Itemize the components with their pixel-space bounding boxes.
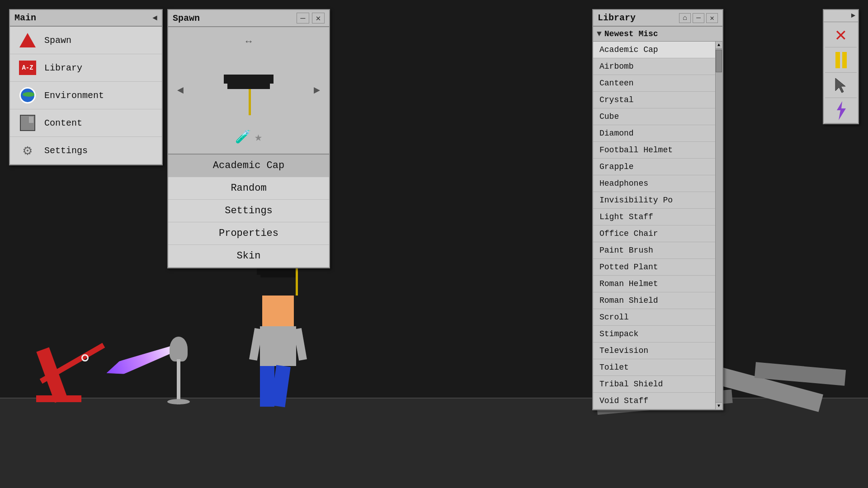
spawn-panel-title: Spawn bbox=[173, 13, 200, 23]
star-icon[interactable]: ★ bbox=[255, 129, 262, 145]
char-left-arm bbox=[249, 328, 263, 361]
library-panel: Library ⌂ — ✕ ▼ Newest Misc Academic Cap… bbox=[592, 9, 723, 410]
library-item-paint-brush[interactable]: Paint Brush bbox=[593, 242, 715, 259]
toolbar-pause-button[interactable] bbox=[825, 47, 857, 73]
scrollbar-down-arrow[interactable]: ▼ bbox=[716, 402, 722, 409]
spawn-icon bbox=[19, 33, 36, 47]
spawn-menu-item-academic-cap[interactable]: Academic Cap bbox=[168, 155, 329, 177]
library-item-roman-helmet[interactable]: Roman Helmet bbox=[593, 276, 715, 292]
char-head bbox=[262, 296, 294, 326]
library-home-button[interactable]: ⌂ bbox=[679, 13, 691, 23]
right-toolbar: ► ✕ bbox=[823, 9, 859, 124]
library-minimize-button[interactable]: — bbox=[693, 13, 704, 23]
red-jack-object bbox=[36, 312, 127, 402]
library-item-diamond[interactable]: Diamond bbox=[593, 125, 715, 142]
pause-icon bbox=[835, 52, 847, 68]
sidebar-item-settings[interactable]: ⚙ Settings bbox=[10, 137, 162, 164]
library-item-office-chair[interactable]: Office Chair bbox=[593, 225, 715, 242]
spawn-menu-item-skin[interactable]: Skin bbox=[168, 245, 329, 267]
cursor-icon bbox=[834, 77, 848, 94]
library-item-tribal-shield[interactable]: Tribal Shield bbox=[593, 376, 715, 393]
library-item-headphones[interactable]: Headphones bbox=[593, 175, 715, 192]
spawn-menu-item-random[interactable]: Random bbox=[168, 177, 329, 200]
spawn-menu-item-settings[interactable]: Settings bbox=[168, 200, 329, 222]
toolbar-lightning-button[interactable] bbox=[825, 98, 857, 123]
spawn-close-button[interactable]: ✕ bbox=[312, 13, 325, 23]
library-item-invisibility[interactable]: Invisibility Po bbox=[593, 192, 715, 209]
library-item-canteen[interactable]: Canteen bbox=[593, 75, 715, 92]
spawn-panel: Spawn — ✕ ↔ ◄ ► 🧪 ★ Academic Cap Random … bbox=[167, 9, 330, 268]
spawn-preview-area: ↔ ◄ ► 🧪 ★ bbox=[168, 27, 329, 154]
sidebar-item-library[interactable]: A-Z Library bbox=[10, 54, 162, 82]
sidebar-item-content[interactable]: Content bbox=[10, 109, 162, 137]
svg-marker-1 bbox=[837, 101, 846, 120]
char-right-arm bbox=[293, 328, 307, 361]
char-tassel bbox=[296, 267, 298, 296]
scrollbar-thumb[interactable] bbox=[716, 50, 722, 72]
flask-icon[interactable]: 🧪 bbox=[235, 129, 251, 145]
main-panel-title: Main bbox=[14, 13, 36, 23]
library-item-void-staff[interactable]: Void Staff bbox=[593, 393, 715, 409]
settings-label: Settings bbox=[44, 145, 88, 156]
preview-cap-top bbox=[224, 75, 274, 84]
x-red-icon: ✕ bbox=[835, 23, 846, 47]
toolbar-cursor-button[interactable] bbox=[825, 73, 857, 98]
library-item-roman-shield[interactable]: Roman Shield bbox=[593, 292, 715, 309]
spawn-nav-right[interactable]: ► bbox=[314, 84, 320, 97]
lightning-icon bbox=[834, 101, 848, 120]
mic-base bbox=[167, 399, 190, 404]
toolbar-collapse-button[interactable]: ► bbox=[851, 12, 855, 20]
library-icon-wrapper: A-Z bbox=[16, 59, 39, 77]
library-panel-title: Library bbox=[598, 13, 636, 23]
spawn-nav-left[interactable]: ◄ bbox=[177, 84, 184, 97]
spawn-menu-item-properties[interactable]: Properties bbox=[168, 222, 329, 245]
environment-label: Environment bbox=[44, 90, 104, 101]
pause-bar-left bbox=[835, 52, 840, 68]
library-label: Library bbox=[44, 63, 82, 73]
toolbar-close-button[interactable]: ✕ bbox=[825, 22, 857, 47]
settings-icon-wrapper: ⚙ bbox=[16, 141, 39, 160]
main-panel: Main ◄ Spawn A-Z Library Environment Con… bbox=[9, 9, 163, 165]
spawn-menu: Academic Cap Random Settings Properties … bbox=[168, 154, 329, 267]
library-panel-titlebar: Library ⌂ — ✕ bbox=[593, 10, 722, 27]
settings-icon: ⚙ bbox=[23, 141, 32, 160]
character bbox=[262, 296, 294, 407]
library-close-button[interactable]: ✕ bbox=[706, 13, 718, 23]
sidebar-item-spawn[interactable]: Spawn bbox=[10, 27, 162, 54]
library-icon: A-Z bbox=[19, 61, 36, 75]
white-circle-object bbox=[81, 354, 89, 361]
content-icon bbox=[20, 115, 35, 131]
toolbar-top-row: ► bbox=[824, 10, 858, 22]
library-item-television[interactable]: Television bbox=[593, 343, 715, 359]
spawn-minimize-button[interactable]: — bbox=[297, 13, 309, 23]
microphone-stand bbox=[167, 337, 190, 404]
library-item-scroll[interactable]: Scroll bbox=[593, 309, 715, 326]
library-item-academic-cap[interactable]: Academic Cap bbox=[593, 42, 715, 58]
library-filter-arrow[interactable]: ▼ bbox=[597, 29, 602, 38]
main-panel-collapse-button[interactable]: ◄ bbox=[152, 14, 157, 23]
library-item-toilet[interactable]: Toilet bbox=[593, 359, 715, 376]
spawn-resize-arrows: ↔ bbox=[245, 36, 251, 47]
scrollbar-up-arrow[interactable]: ▲ bbox=[716, 42, 722, 49]
environment-icon-wrapper bbox=[16, 86, 39, 104]
library-scrollbar[interactable]: ▲ ▼ bbox=[715, 42, 722, 409]
spawn-icon-wrapper bbox=[16, 31, 39, 49]
mic-head bbox=[170, 337, 188, 361]
spawn-panel-titlebar: Spawn — ✕ bbox=[168, 10, 329, 27]
library-item-crystal[interactable]: Crystal bbox=[593, 92, 715, 108]
content-icon-wrapper bbox=[16, 114, 39, 132]
library-item-airbomb[interactable]: Airbomb bbox=[593, 58, 715, 75]
spawn-label: Spawn bbox=[44, 35, 71, 46]
library-item-football-helmet[interactable]: Football Helmet bbox=[593, 142, 715, 159]
main-panel-titlebar: Main ◄ bbox=[10, 10, 162, 27]
pause-bar-right bbox=[842, 52, 847, 68]
mic-pole bbox=[177, 359, 180, 404]
library-item-potted-plant[interactable]: Potted Plant bbox=[593, 259, 715, 276]
library-item-grapple[interactable]: Grapple bbox=[593, 159, 715, 175]
library-item-cube[interactable]: Cube bbox=[593, 108, 715, 125]
char-body bbox=[260, 326, 296, 366]
sidebar-item-environment[interactable]: Environment bbox=[10, 82, 162, 109]
library-item-light-staff[interactable]: Light Staff bbox=[593, 209, 715, 225]
library-filter-label[interactable]: Newest Misc bbox=[604, 29, 658, 38]
library-item-stimpack[interactable]: Stimpack bbox=[593, 326, 715, 343]
